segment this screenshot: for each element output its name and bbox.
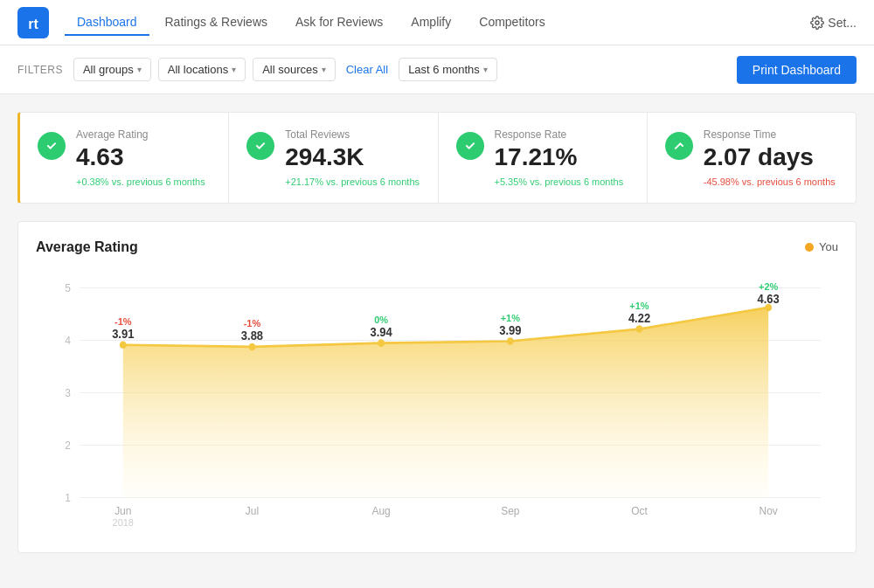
chart-section: Average Rating You bbox=[17, 221, 857, 553]
avg-rating-value: 4.63 bbox=[76, 144, 205, 171]
total-reviews-change: +21.17% vs. previous 6 months bbox=[285, 176, 420, 187]
svg-text:-1%: -1% bbox=[114, 316, 132, 327]
svg-text:Aug: Aug bbox=[371, 504, 390, 516]
stat-card-response-time: Response Time 2.07 days -45.98% vs. prev… bbox=[647, 112, 857, 204]
svg-text:Jul: Jul bbox=[246, 504, 259, 516]
svg-text:-1%: -1% bbox=[244, 318, 261, 329]
print-dashboard-button[interactable]: Print Dashboard bbox=[737, 56, 857, 84]
total-reviews-title: Total Reviews bbox=[285, 128, 420, 141]
svg-text:1: 1 bbox=[65, 491, 71, 503]
svg-text:5: 5 bbox=[65, 281, 71, 294]
chart-title: Average Rating bbox=[36, 239, 138, 255]
stat-card-avg-rating: Average Rating 4.63 +0.38% vs. previous … bbox=[17, 112, 228, 204]
nav-ask-reviews[interactable]: Ask for Reviews bbox=[283, 10, 395, 36]
locations-filter[interactable]: All locations ▾ bbox=[158, 58, 246, 81]
chart-legend: You bbox=[805, 240, 838, 253]
data-point bbox=[248, 342, 255, 350]
svg-text:3: 3 bbox=[65, 386, 71, 398]
groups-filter[interactable]: All groups ▾ bbox=[73, 58, 151, 81]
response-time-title: Response Time bbox=[704, 128, 836, 141]
svg-text:3.88: 3.88 bbox=[241, 329, 264, 343]
avg-rating-title: Average Rating bbox=[76, 128, 205, 141]
trend-up-icon bbox=[456, 132, 484, 160]
stat-card-total-reviews: Total Reviews 294.3K +21.17% vs. previou… bbox=[228, 112, 437, 204]
stat-card-response-rate: Response Rate 17.21% +5.35% vs. previous… bbox=[438, 112, 647, 204]
nav-dashboard[interactable]: Dashboard bbox=[65, 10, 149, 36]
chart-area bbox=[123, 308, 768, 498]
navbar: rt Dashboard Ratings & Reviews Ask for R… bbox=[0, 0, 874, 45]
logo[interactable]: rt bbox=[17, 7, 49, 38]
svg-text:+2%: +2% bbox=[759, 280, 778, 291]
avg-rating-change: +0.38% vs. previous 6 months bbox=[76, 176, 205, 187]
main-content: Average Rating 4.63 +0.38% vs. previous … bbox=[0, 94, 874, 571]
svg-text:3.99: 3.99 bbox=[499, 323, 521, 337]
svg-text:+1%: +1% bbox=[629, 301, 649, 311]
svg-text:3.91: 3.91 bbox=[112, 328, 135, 342]
sources-filter[interactable]: All sources ▾ bbox=[253, 58, 336, 81]
legend-label: You bbox=[819, 240, 838, 253]
chevron-down-icon: ▾ bbox=[232, 65, 236, 74]
chart-container: 5 4 3 2 1 bbox=[36, 269, 838, 535]
settings-link[interactable]: Set... bbox=[810, 16, 857, 30]
response-rate-change: +5.35% vs. previous 6 months bbox=[495, 176, 624, 187]
data-point bbox=[378, 339, 385, 347]
svg-text:Jun: Jun bbox=[114, 504, 131, 516]
settings-label: Set... bbox=[828, 16, 857, 30]
svg-text:Sep: Sep bbox=[501, 504, 519, 516]
chevron-down-icon: ▾ bbox=[322, 65, 326, 74]
svg-text:+1%: +1% bbox=[501, 312, 520, 322]
time-filter[interactable]: Last 6 months ▾ bbox=[399, 58, 497, 81]
chevron-down-icon: ▾ bbox=[137, 65, 142, 74]
svg-text:2018: 2018 bbox=[113, 516, 134, 527]
data-point bbox=[120, 341, 127, 349]
filter-bar: FILTERS All groups ▾ All locations ▾ All… bbox=[0, 45, 874, 94]
trend-down-icon bbox=[665, 132, 693, 160]
data-point bbox=[636, 325, 643, 333]
svg-text:3.94: 3.94 bbox=[371, 326, 393, 340]
response-time-value: 2.07 days bbox=[704, 144, 836, 171]
svg-text:Oct: Oct bbox=[631, 504, 648, 516]
svg-point-2 bbox=[815, 21, 819, 24]
chart-header: Average Rating You bbox=[36, 239, 838, 255]
trend-up-icon bbox=[246, 132, 274, 160]
clear-all-link[interactable]: Clear All bbox=[346, 63, 388, 76]
response-time-change: -45.98% vs. previous 6 months bbox=[704, 176, 836, 187]
svg-text:0%: 0% bbox=[374, 315, 388, 325]
chevron-down-icon: ▾ bbox=[483, 65, 488, 74]
response-rate-value: 17.21% bbox=[495, 144, 624, 171]
svg-text:2: 2 bbox=[65, 439, 71, 451]
chart-svg: 5 4 3 2 1 bbox=[36, 269, 838, 531]
svg-text:4: 4 bbox=[65, 334, 71, 346]
nav-right: Set... bbox=[810, 16, 857, 30]
svg-text:4.63: 4.63 bbox=[758, 292, 780, 306]
svg-text:Nov: Nov bbox=[760, 504, 779, 516]
stat-cards: Average Rating 4.63 +0.38% vs. previous … bbox=[17, 112, 857, 204]
nav-competitors[interactable]: Competitors bbox=[467, 10, 557, 36]
total-reviews-value: 294.3K bbox=[285, 144, 420, 171]
filters-label: FILTERS bbox=[17, 64, 63, 76]
nav-ratings[interactable]: Ratings & Reviews bbox=[153, 10, 281, 36]
nav-links: Dashboard Ratings & Reviews Ask for Revi… bbox=[65, 10, 810, 36]
data-point bbox=[507, 337, 514, 345]
response-rate-title: Response Rate bbox=[495, 128, 624, 141]
trend-up-icon bbox=[38, 132, 66, 160]
svg-text:rt: rt bbox=[28, 17, 38, 31]
svg-text:4.22: 4.22 bbox=[628, 311, 650, 325]
legend-dot-icon bbox=[805, 243, 814, 252]
nav-amplify[interactable]: Amplify bbox=[399, 10, 463, 36]
